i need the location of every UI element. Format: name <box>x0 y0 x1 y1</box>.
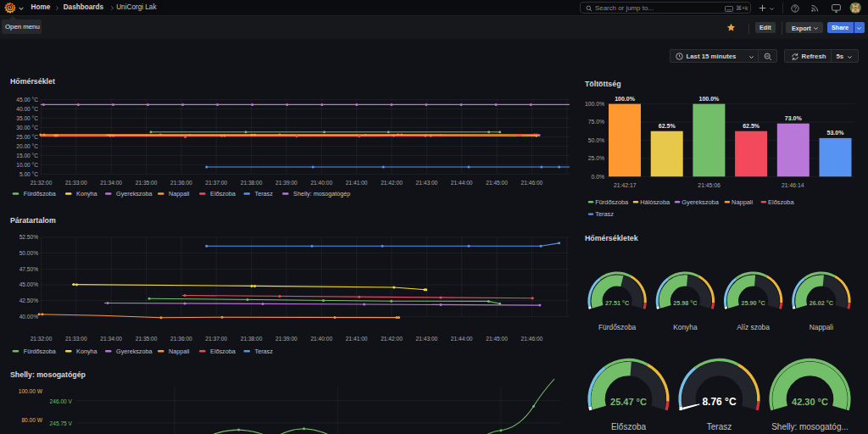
svg-text:35.00 °C: 35.00 °C <box>16 115 38 121</box>
svg-text:27.51 °C: 27.51 °C <box>605 299 629 307</box>
svg-text:21:38:00: 21:38:00 <box>241 336 263 342</box>
svg-text:100.00 W: 100.00 W <box>19 388 43 394</box>
svg-text:21:44:00: 21:44:00 <box>451 180 473 186</box>
svg-text:21:42:00: 21:42:00 <box>381 336 403 342</box>
svg-text:42.50%: 42.50% <box>19 298 39 303</box>
svg-text:21:34:00: 21:34:00 <box>100 180 122 186</box>
svg-text:Shelly: mosogatógép: Shelly: mosogatógép <box>293 190 350 198</box>
svg-text:Nappali: Nappali <box>169 348 190 355</box>
svg-text:10.00 °C: 10.00 °C <box>16 162 38 168</box>
svg-text:Konyha: Konyha <box>673 323 698 331</box>
svg-text:25.00 °C: 25.00 °C <box>16 134 38 140</box>
svg-text:25.0%: 25.0% <box>588 155 604 161</box>
svg-text:25.90 °C: 25.90 °C <box>742 299 765 307</box>
svg-text:20.00 °C: 20.00 °C <box>16 143 38 149</box>
svg-text:Fürdőszoba: Fürdőszoba <box>598 323 637 331</box>
svg-text:40.00 °C: 40.00 °C <box>16 106 38 112</box>
svg-text:62.5%: 62.5% <box>659 123 676 129</box>
svg-text:21:46:00: 21:46:00 <box>521 180 543 186</box>
svg-text:47.50%: 47.50% <box>19 266 39 272</box>
svg-text:Gyerekszoba: Gyerekszoba <box>116 348 152 355</box>
svg-text:Nappali: Nappali <box>810 323 834 331</box>
svg-text:0.0%: 0.0% <box>592 174 605 180</box>
svg-text:52.50%: 52.50% <box>19 234 39 240</box>
svg-text:21:37:00: 21:37:00 <box>205 336 227 342</box>
svg-text:100.0%: 100.0% <box>585 101 604 107</box>
svg-text:246.00 V: 246.00 V <box>50 398 73 404</box>
svg-text:62.5%: 62.5% <box>743 123 760 129</box>
svg-text:21:39:00: 21:39:00 <box>275 180 298 186</box>
svg-text:25.47 °C: 25.47 °C <box>610 397 647 407</box>
svg-text:Fürdőszoba: Fürdőszoba <box>595 198 629 206</box>
svg-text:Előszoba: Előszoba <box>210 348 236 355</box>
svg-text:21:45:00: 21:45:00 <box>486 180 508 186</box>
svg-text:Előszoba: Előszoba <box>768 198 794 206</box>
svg-text:Terasz: Terasz <box>595 210 614 218</box>
svg-text:21:45:00: 21:45:00 <box>486 336 508 342</box>
svg-text:25.98 °C: 25.98 °C <box>673 299 697 307</box>
svg-text:Terasz: Terasz <box>255 348 274 355</box>
svg-text:21:40:00: 21:40:00 <box>310 180 332 186</box>
svg-text:Alíz szoba: Alíz szoba <box>737 323 770 331</box>
svg-text:100.0%: 100.0% <box>699 96 721 102</box>
svg-text:21:41:00: 21:41:00 <box>346 180 368 186</box>
svg-text:Előszoba: Előszoba <box>611 422 647 431</box>
svg-text:Konyha: Konyha <box>76 348 97 355</box>
svg-text:21:33:00: 21:33:00 <box>65 180 87 186</box>
svg-text:45.00%: 45.00% <box>19 281 39 287</box>
svg-text:26.02 °C: 26.02 °C <box>810 299 833 307</box>
svg-text:245.75 V: 245.75 V <box>50 420 73 426</box>
svg-text:21:35:00: 21:35:00 <box>136 336 158 342</box>
svg-text:Fürdőszoba: Fürdőszoba <box>24 348 56 355</box>
svg-text:21:35:00: 21:35:00 <box>136 180 158 186</box>
svg-text:Shelly: mosogatógép: Shelly: mosogatógép <box>10 370 86 379</box>
svg-text:Nappali: Nappali <box>169 190 190 198</box>
svg-text:45.00 °C: 45.00 °C <box>16 97 38 103</box>
svg-text:21:46:14: 21:46:14 <box>782 182 804 188</box>
svg-text:100.0%: 100.0% <box>615 96 636 102</box>
svg-text:21:42:00: 21:42:00 <box>381 180 403 186</box>
svg-text:21:44:00: 21:44:00 <box>451 336 473 342</box>
svg-text:Terasz: Terasz <box>707 422 732 431</box>
svg-text:Előszoba: Előszoba <box>210 190 236 198</box>
svg-text:21:33:00: 21:33:00 <box>65 336 87 342</box>
svg-text:Gyerekszoba: Gyerekszoba <box>682 198 719 206</box>
svg-text:21:32:00: 21:32:00 <box>31 180 53 186</box>
svg-text:21:39:00: 21:39:00 <box>275 336 298 342</box>
svg-text:21:32:00: 21:32:00 <box>31 336 53 342</box>
svg-text:Nappali: Nappali <box>732 198 753 206</box>
svg-text:15.00 °C: 15.00 °C <box>16 153 38 159</box>
svg-text:Hőmérsékletek: Hőmérsékletek <box>585 234 638 242</box>
svg-text:21:40:00: 21:40:00 <box>310 336 332 342</box>
svg-text:Hőmérséklet: Hőmérséklet <box>10 77 55 86</box>
svg-text:Terasz: Terasz <box>255 190 274 198</box>
svg-text:21:45:06: 21:45:06 <box>698 182 721 188</box>
svg-text:21:38:00: 21:38:00 <box>241 180 263 186</box>
svg-text:21:37:00: 21:37:00 <box>205 180 227 186</box>
svg-text:21:42:17: 21:42:17 <box>614 182 637 188</box>
svg-text:Hálószoba: Hálószoba <box>640 198 670 206</box>
svg-text:42.30 °C: 42.30 °C <box>792 397 828 407</box>
svg-text:Páratartalom: Páratartalom <box>10 216 56 225</box>
svg-text:Konyha: Konyha <box>76 190 97 198</box>
svg-text:21:43:00: 21:43:00 <box>416 180 438 186</box>
svg-text:Fürdőszoba: Fürdőszoba <box>24 190 56 198</box>
svg-text:80.00 W: 80.00 W <box>21 417 42 423</box>
svg-text:53.0%: 53.0% <box>827 130 845 136</box>
svg-text:21:36:00: 21:36:00 <box>170 336 192 342</box>
svg-text:21:36:00: 21:36:00 <box>170 180 192 186</box>
svg-text:75.0%: 75.0% <box>588 119 604 125</box>
svg-text:50.0%: 50.0% <box>588 137 604 143</box>
svg-text:Shelly: mosogatóg...: Shelly: mosogatóg... <box>771 422 849 431</box>
svg-text:21:41:00: 21:41:00 <box>346 336 368 342</box>
svg-text:8.76 °C: 8.76 °C <box>702 396 736 408</box>
svg-text:73.0%: 73.0% <box>785 115 803 121</box>
svg-text:Töltöttség: Töltöttség <box>585 80 621 88</box>
svg-text:21:46:00: 21:46:00 <box>521 336 543 342</box>
svg-text:50.00%: 50.00% <box>19 250 39 256</box>
svg-text:5.00 °C: 5.00 °C <box>19 171 38 177</box>
svg-text:30.00 °C: 30.00 °C <box>16 125 38 131</box>
svg-text:40.00%: 40.00% <box>19 314 39 320</box>
svg-text:21:34:00: 21:34:00 <box>100 336 122 342</box>
svg-text:21:43:00: 21:43:00 <box>416 336 438 342</box>
